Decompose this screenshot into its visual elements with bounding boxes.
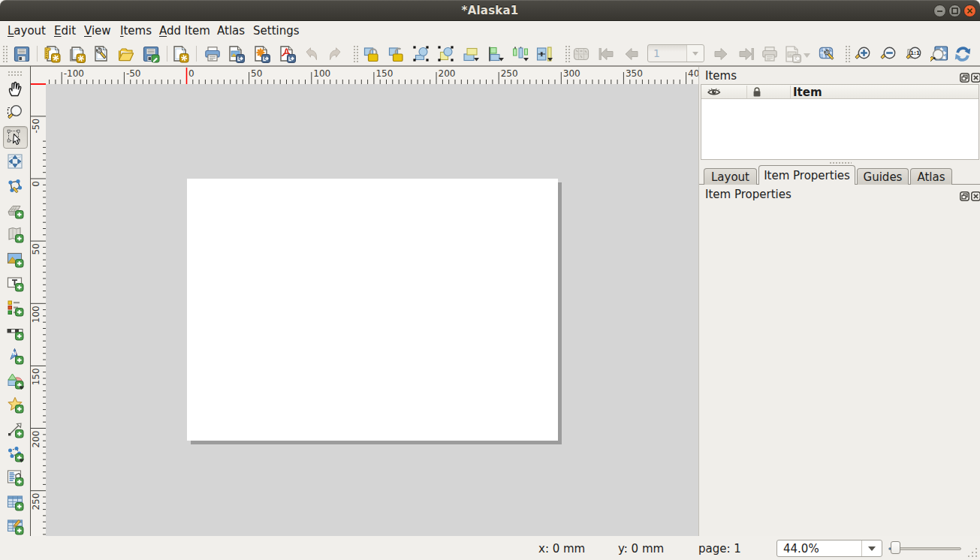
save-as-template-button[interactable] xyxy=(171,45,189,63)
svg-text:250: 250 xyxy=(501,68,518,79)
atlas-settings-button[interactable] xyxy=(818,45,836,63)
titlebar[interactable]: *Alaska1 xyxy=(0,0,980,21)
window-resize-grip[interactable] xyxy=(966,546,978,558)
minimize-button[interactable] xyxy=(933,5,946,17)
export-pdf-button[interactable] xyxy=(278,45,296,63)
toolbar-separator xyxy=(196,46,197,62)
add-node-item-button[interactable] xyxy=(6,444,24,462)
zoom-slider-handle[interactable] xyxy=(891,541,900,554)
items-panel-close-button[interactable] xyxy=(971,71,980,81)
pan-layout-button[interactable] xyxy=(6,80,24,98)
print-button[interactable] xyxy=(204,45,222,63)
toolbar-drag-handle[interactable] xyxy=(2,45,8,62)
atlas-preview-button[interactable] xyxy=(572,45,590,63)
add-attribute-table-button[interactable] xyxy=(6,493,24,511)
save-as-button[interactable] xyxy=(142,45,160,63)
export-atlas-button[interactable] xyxy=(783,45,801,63)
new-layout-button[interactable] xyxy=(43,45,61,63)
toolbar-drag-handle[interactable] xyxy=(565,45,570,62)
distribute-items-button[interactable] xyxy=(511,45,529,63)
add-legend-button[interactable] xyxy=(6,299,24,317)
atlas-first-icon xyxy=(598,45,616,63)
zoom-tool-button[interactable] xyxy=(6,104,24,122)
item-properties-close-button[interactable] xyxy=(971,190,980,200)
move-item-content-button[interactable] xyxy=(6,152,24,170)
close-button[interactable] xyxy=(963,5,976,17)
redo-button[interactable] xyxy=(327,45,345,63)
add-html-button[interactable] xyxy=(6,468,24,486)
tab-guides[interactable]: Guides xyxy=(857,168,909,185)
close-panel-icon xyxy=(971,191,980,201)
refresh-button[interactable] xyxy=(954,45,972,63)
open-layout-button[interactable] xyxy=(117,45,135,63)
atlas-page-combobox[interactable]: 1 xyxy=(647,44,704,62)
menu-add-item[interactable]: Add Item xyxy=(159,21,210,41)
right-dock: Items Item xyxy=(698,67,980,536)
maximize-button[interactable] xyxy=(948,5,961,17)
add-picture-button[interactable] xyxy=(6,250,24,268)
menu-view[interactable]: View xyxy=(84,21,111,41)
add-picture-icon xyxy=(6,250,24,268)
print-atlas-button[interactable] xyxy=(761,45,779,63)
add-node-item-icon xyxy=(6,444,24,462)
svg-text:50: 50 xyxy=(251,68,262,79)
add-fixed-table-button[interactable] xyxy=(6,517,24,535)
add-arrow-button[interactable] xyxy=(6,420,24,438)
layout-canvas[interactable] xyxy=(46,84,698,536)
deselect-all-button[interactable] xyxy=(437,45,455,63)
horizontal-ruler: -100-50050100150200250300350400 xyxy=(46,67,698,84)
open-layout-icon xyxy=(117,45,135,63)
atlas-next-button[interactable] xyxy=(712,45,730,63)
menu-layout[interactable]: Layout xyxy=(8,21,46,41)
align-items-button[interactable] xyxy=(487,45,505,63)
tab-item-properties[interactable]: Item Properties xyxy=(758,165,855,185)
add-map-button[interactable] xyxy=(6,225,24,243)
export-image-button[interactable] xyxy=(227,45,245,63)
atlas-prev-button[interactable] xyxy=(623,45,641,63)
tab-layout[interactable]: Layout xyxy=(704,168,757,185)
layout-page[interactable] xyxy=(187,179,558,441)
zoom-combo-dropdown[interactable] xyxy=(861,540,882,556)
toolbar-drag-handle[interactable] xyxy=(353,45,358,62)
layout-manager-button[interactable] xyxy=(92,45,110,63)
save-layout-button[interactable] xyxy=(13,45,31,63)
undo-button[interactable] xyxy=(302,45,320,63)
raise-items-button[interactable] xyxy=(462,45,480,63)
select-all-button[interactable] xyxy=(412,45,430,63)
duplicate-layout-icon xyxy=(68,45,86,63)
atlas-last-button[interactable] xyxy=(737,45,755,63)
export-svg-button[interactable] xyxy=(252,45,270,63)
duplicate-layout-button[interactable] xyxy=(68,45,86,63)
toolbar-drag-handle[interactable] xyxy=(845,45,850,62)
zoom-out-button[interactable] xyxy=(879,45,897,63)
unlock-items-button[interactable] xyxy=(387,45,406,63)
menu-edit[interactable]: Edit xyxy=(54,21,76,41)
add-north-arrow-button[interactable]: N xyxy=(6,347,24,365)
add-scalebar-icon xyxy=(6,323,24,341)
add-shape-button[interactable] xyxy=(6,372,24,390)
toolbox-drag-handle[interactable] xyxy=(8,71,23,76)
atlas-settings-icon xyxy=(818,45,836,63)
zoom-in-button[interactable] xyxy=(854,45,872,63)
edit-nodes-item-button[interactable] xyxy=(6,177,24,195)
item-properties-float-button[interactable] xyxy=(960,190,969,200)
zoom-level-combobox[interactable]: 44.0% xyxy=(776,540,882,557)
zoom-actual-button[interactable]: 1:1 xyxy=(905,45,923,63)
items-panel-float-button[interactable] xyxy=(960,71,969,81)
add-label-button[interactable] xyxy=(6,274,24,292)
add-3d-map-button[interactable] xyxy=(6,201,24,219)
menu-atlas[interactable]: Atlas xyxy=(217,21,245,41)
add-scalebar-button[interactable] xyxy=(6,323,24,341)
lock-items-button[interactable] xyxy=(363,45,381,63)
add-marker-button[interactable] xyxy=(6,396,24,414)
menu-items[interactable]: Items xyxy=(120,21,152,41)
zoom-full-button[interactable] xyxy=(930,45,948,63)
menu-settings[interactable]: Settings xyxy=(253,21,300,41)
items-tree[interactable]: Item xyxy=(701,84,979,160)
resize-items-button[interactable] xyxy=(535,45,553,63)
tab-atlas[interactable]: Atlas xyxy=(910,168,952,185)
print-atlas-icon xyxy=(761,45,779,63)
atlas-first-button[interactable] xyxy=(598,45,616,63)
select-move-item-button[interactable] xyxy=(6,128,24,146)
distribute-items-icon xyxy=(511,45,529,63)
